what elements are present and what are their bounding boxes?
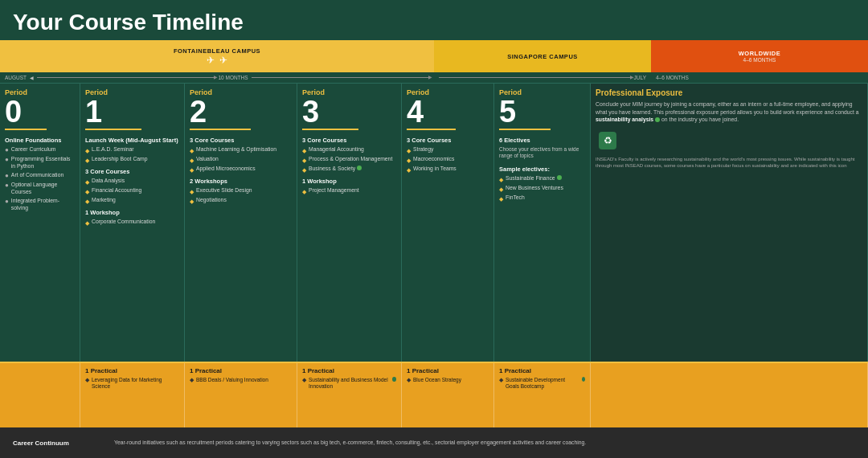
bottom-section-4: 1 Practical (407, 367, 489, 374)
period-1-number: 1 (85, 96, 179, 127)
bottom-section-1: 1 Practical (85, 367, 179, 374)
page-wrapper: Your Course Timeline FONTAINEBLEAU CAMPU… (0, 0, 868, 458)
list-item: ◆Executive Slide Design (190, 187, 292, 195)
fontainebleau-dates: AUGUST ◀ 10 MONTHS (0, 72, 434, 84)
career-continuum-bar: Career Continuum Year-round initiatives … (0, 427, 868, 458)
diamond: ◆ (190, 147, 194, 154)
list-item: ◆Financial Accounting (85, 187, 179, 195)
period-col-2: Period 2 3 Core Courses ◆Machine Learnin… (185, 84, 297, 362)
green-dot-badge (557, 175, 562, 180)
green-dot-badge (392, 377, 396, 382)
period-col-0: Period 0 Online Foundations ●Career Curr… (0, 84, 80, 362)
diamond: ◆ (407, 166, 411, 174)
july-label: JULY (634, 75, 646, 80)
diamond: ◆ (499, 176, 503, 183)
list-item: ◆Leadership Boot Camp (85, 156, 179, 164)
bottom-col-empty (591, 363, 868, 427)
page-title: Your Course Timeline (13, 10, 855, 35)
diamond: ◆ (407, 157, 411, 164)
diamond: ◆ (302, 188, 306, 195)
period-5-number: 5 (499, 96, 585, 127)
singapore-label: SINGAPORE CAMPUS (507, 53, 578, 60)
professional-exposure-col: Professional Exposure Conclude your MIM … (591, 84, 868, 362)
career-label: Career Continuum (13, 440, 101, 447)
months-label: 10 MONTHS (218, 75, 248, 80)
diamond: ◆ (85, 219, 89, 227)
bottom-col-1: 1 Practical ◆Leveraging Data for Marketi… (80, 363, 185, 427)
worldwide-label: WORLDWIDE (739, 50, 780, 57)
list-item: ●Optional Language Courses (5, 182, 75, 196)
list-item: ◆BBB Deals / Valuing Innovation (190, 377, 292, 383)
period-0-section: Online Foundations (5, 137, 75, 144)
diamond: ◆ (499, 186, 503, 193)
period-0-number: 0 (5, 96, 75, 127)
period-3-core: 3 Core Courses (302, 137, 396, 144)
list-item: ◆Corporate Communication (85, 219, 179, 227)
list-item: ◆L.E.A.D. Seminar (85, 146, 179, 154)
list-item: ◆Working in Teams (407, 166, 489, 174)
diamond: ◆ (302, 166, 306, 174)
period-2-number: 2 (190, 96, 292, 127)
bottom-col-2: 1 Practical ◆BBB Deals / Valuing Innovat… (185, 363, 297, 427)
dates-row: AUGUST ◀ 10 MONTHS JULY 4–6 MONTHS (0, 72, 868, 84)
period-2-core: 3 Core Courses (190, 137, 292, 144)
sustainability-icon-row: ♻ (596, 129, 862, 153)
list-item: ◆Negotiations (190, 197, 292, 205)
list-item: ◆Leveraging Data for Marketing Science (85, 377, 179, 391)
bullet-dot: ● (5, 156, 9, 164)
faculty-text: INSEAD's Faculty is actively researching… (596, 156, 862, 170)
list-item: ●Career Curriculum (5, 146, 75, 154)
list-item: ◆Sustainability and Business Model Innov… (302, 377, 396, 391)
period-col-1: Period 1 Launch Week (Mid-August Start) … (80, 84, 185, 362)
bottom-section-2: 1 Practical (190, 367, 292, 374)
bottom-area: 1 Practical ◆Leveraging Data for Marketi… (0, 362, 868, 427)
list-item: ◆Sustainable Finance (499, 175, 585, 183)
campus-worldwide: WORLDWIDE 4–6 MONTHS (651, 40, 868, 72)
bullet-dot: ● (5, 146, 9, 154)
electives-desc: Choose your electives from a wide range … (499, 146, 585, 160)
diamond: ◆ (85, 157, 89, 164)
worldwide-dates: 4–6 MONTHS (651, 72, 868, 84)
list-item: ◆New Business Ventures (499, 185, 585, 193)
singapore-dates: JULY (434, 72, 651, 84)
diamond: ◆ (190, 188, 194, 195)
period-3-workshop: 1 Workshop (302, 178, 396, 185)
diamond: ◆ (302, 157, 306, 164)
list-item: ◆Macroeconomics (407, 156, 489, 164)
period-4-number: 4 (407, 96, 489, 127)
period-1-core: 3 Core Courses (85, 168, 179, 175)
campus-timeline: FONTAINEBLEAU CAMPUS ✈ ✈ SINGAPORE CAMPU… (0, 40, 868, 72)
diamond: ◆ (190, 166, 194, 174)
list-item: ◆Applied Microeconomics (190, 166, 292, 174)
period-col-4: Period 4 3 Core Courses ◆Strategy ◆Macro… (402, 84, 494, 362)
diamond: ◆ (85, 178, 89, 186)
campus-fontainebleau: FONTAINEBLEAU CAMPUS ✈ ✈ (0, 40, 434, 72)
period-1-launch: Launch Week (Mid-August Start) (85, 137, 179, 144)
period-0-underline (5, 129, 47, 130)
list-item: ◆Valuation (190, 156, 292, 164)
list-item: ◆Process & Operation Management (302, 156, 396, 164)
professional-exposure-title: Professional Exposure (596, 88, 862, 97)
sustainability-bold: sustainability analysis (596, 117, 653, 122)
bottom-col-3: 1 Practical ◆Sustainability and Business… (297, 363, 402, 427)
period-1-workshop: 1 Workshop (85, 209, 179, 216)
professional-exposure-desc: Conclude your MIM journey by joining a c… (596, 100, 862, 124)
header: Your Course Timeline (0, 0, 868, 40)
period-5-electives: 6 Electives (499, 137, 585, 144)
green-dot-badge (655, 117, 660, 122)
list-item: ●Art of Communication (5, 172, 75, 180)
period-4-core: 3 Core Courses (407, 137, 489, 144)
bottom-section-5: 1 Practical (499, 367, 585, 374)
period-5-underline (499, 129, 551, 130)
period-2-workshops: 2 Workshops (190, 178, 292, 185)
worldwide-duration: 4–6 MONTHS (743, 57, 776, 63)
list-item: ◆Project Management (302, 187, 396, 195)
list-item: ◆Machine Learning & Optimisation (190, 146, 292, 154)
green-dot-badge (357, 166, 362, 170)
bullet-dot: ● (5, 172, 9, 180)
bottom-col-5: 1 Practical ◆Sustainable Development Goa… (494, 363, 591, 427)
list-item: ◆Marketing (85, 197, 179, 205)
diamond: ◆ (85, 188, 89, 195)
list-item: ●Programming Essentials in Python (5, 156, 75, 170)
diamond: ◆ (302, 147, 306, 154)
